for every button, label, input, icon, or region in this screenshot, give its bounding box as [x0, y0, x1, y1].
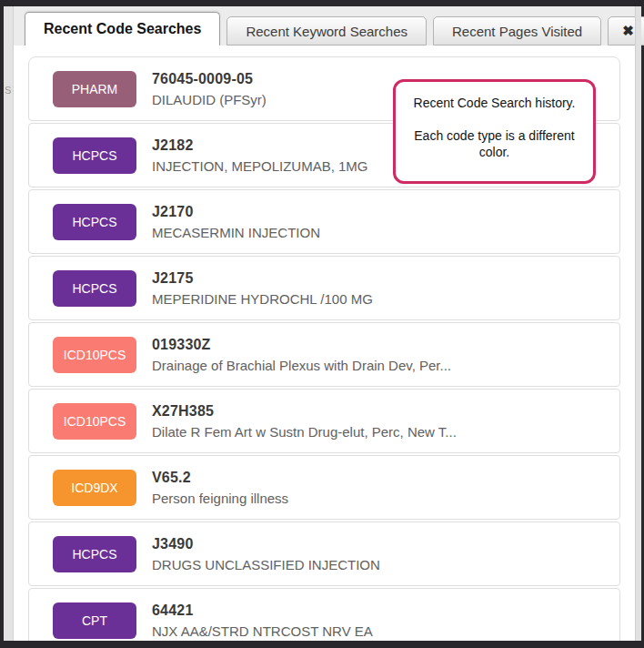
item-description: DRUGS UNCLASSIFIED INJECTION [152, 557, 380, 572]
callout-text-line2: Each code type is a different color. [403, 127, 586, 160]
item-text-block: J2170MECASERMIN INJECTION [152, 204, 320, 240]
close-icon: ✖ [622, 23, 634, 39]
background-page-text: S [5, 85, 11, 96]
item-code: 64421 [152, 602, 373, 619]
list-item[interactable]: HCPCSJ2175MEPERIDINE HYDROCHL /100 MG [28, 256, 620, 320]
tab-recent-pages-visited[interactable]: Recent Pages Visited [433, 16, 601, 46]
item-description: MECASERMIN INJECTION [152, 225, 320, 240]
item-text-block: X27H385Dilate R Fem Art w Sustn Drug-elu… [152, 403, 457, 440]
list-item[interactable]: ICD9DXV65.2Person feigning illness [28, 455, 620, 520]
item-text-block: J2175MEPERIDINE HYDROCHL /100 MG [152, 270, 373, 307]
item-description: DILAUDID (PFSyr) [152, 92, 267, 107]
callout-text-line1: Recent Code Search history. [403, 95, 586, 111]
page-background-strip-left: S [4, 6, 14, 641]
code-type-badge: HCPCS [53, 536, 136, 572]
list-item[interactable]: ICD10PCS019330ZDrainage of Brachial Plex… [28, 322, 620, 387]
tooltip-callout: Recent Code Search history. Each code ty… [393, 79, 596, 184]
code-type-badge: ICD9DX [53, 470, 136, 506]
item-description: Drainage of Brachial Plexus with Drain D… [152, 358, 451, 373]
item-code: J2182 [152, 137, 368, 154]
item-text-block: 019330ZDrainage of Brachial Plexus with … [152, 337, 451, 373]
code-type-badge: ICD10PCS [53, 337, 136, 373]
item-description: INJECTION, MEPOLIZUMAB, 1MG [152, 158, 368, 174]
item-code: 019330Z [152, 337, 451, 353]
item-description: Dilate R Fem Art w Sustn Drug-elut, Perc… [152, 424, 457, 440]
item-code: X27H385 [152, 403, 457, 420]
code-type-badge: HCPCS [53, 270, 136, 307]
tab-recent-code-searches[interactable]: Recent Code Searches [25, 12, 220, 46]
code-type-badge: PHARM [53, 71, 136, 107]
code-type-badge: ICD10PCS [53, 403, 136, 440]
item-code: J3490 [152, 536, 380, 552]
list-item[interactable]: ICD10PCSX27H385Dilate R Fem Art w Sustn … [28, 389, 620, 453]
tab-bar: Recent Code SearchesRecent Keyword Searc… [14, 6, 635, 46]
code-type-badge: HCPCS [53, 204, 136, 240]
page-background-strip-right [635, 6, 641, 641]
code-type-badge: HCPCS [53, 137, 136, 174]
tab-recent-keyword-searches[interactable]: Recent Keyword Searches [226, 16, 427, 46]
item-code: J2170 [152, 204, 320, 220]
item-code: V65.2 [152, 470, 288, 486]
item-text-block: 64421NJX AA&/STRD NTRCOST NRV EA [152, 602, 373, 639]
list-item[interactable]: HCPCSJ2170MECASERMIN INJECTION [28, 189, 620, 254]
item-text-block: J2182INJECTION, MEPOLIZUMAB, 1MG [152, 137, 368, 174]
item-description: MEPERIDINE HYDROCHL /100 MG [152, 291, 373, 307]
item-description: Person feigning illness [152, 491, 288, 506]
code-type-badge: CPT [53, 602, 136, 639]
item-description: NJX AA&/STRD NTRCOST NRV EA [152, 623, 373, 639]
item-code: J2175 [152, 270, 373, 287]
item-text-block: J3490DRUGS UNCLASSIFIED INJECTION [152, 536, 380, 572]
item-text-block: V65.2Person feigning illness [152, 470, 288, 506]
list-item[interactable]: HCPCSJ3490DRUGS UNCLASSIFIED INJECTION [28, 521, 620, 586]
item-text-block: 76045-0009-05DILAUDID (PFSyr) [152, 71, 267, 107]
list-item[interactable]: CPT64421NJX AA&/STRD NTRCOST NRV EA [28, 588, 620, 641]
item-code: 76045-0009-05 [152, 71, 267, 87]
